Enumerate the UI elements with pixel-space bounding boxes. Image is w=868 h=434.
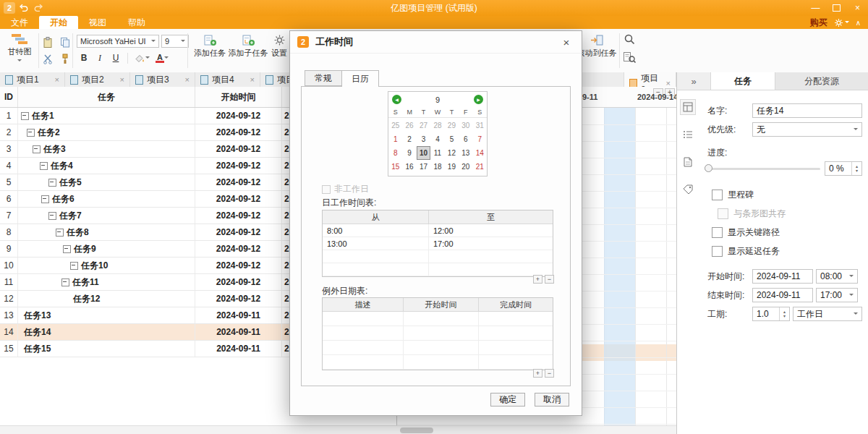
italic-button[interactable]: I — [93, 51, 107, 65]
worktime-add-button[interactable]: + — [533, 275, 542, 284]
calendar-day[interactable]: 29 — [445, 119, 459, 132]
panel-view-form-button[interactable] — [680, 99, 696, 115]
collapse-icon[interactable] — [48, 212, 56, 220]
collapse-icon[interactable] — [48, 179, 56, 187]
calendar-day[interactable]: 5 — [445, 132, 459, 146]
calendar-day[interactable]: 11 — [430, 146, 444, 160]
slider-thumb[interactable] — [705, 164, 712, 172]
collapse-icon[interactable] — [70, 262, 78, 270]
panel-tab[interactable]: 分配资源 — [775, 72, 868, 90]
underline-button[interactable]: U — [109, 51, 123, 65]
maximize-button[interactable] — [826, 0, 847, 16]
panel-view-note-button[interactable] — [680, 154, 696, 170]
calendar-day[interactable]: 20 — [459, 160, 472, 174]
close-button[interactable]: × — [847, 0, 868, 16]
calendar-day[interactable]: 12 — [445, 146, 459, 160]
worktime-row[interactable]: 8:0012:00 — [323, 224, 553, 237]
calendar-day[interactable]: 3 — [417, 132, 430, 146]
duration-unit-select[interactable]: 工作日 — [793, 307, 862, 321]
cancel-button[interactable]: 取消 — [535, 393, 569, 407]
calendar-day[interactable]: 25 — [388, 119, 402, 132]
calendar-day[interactable]: 26 — [402, 119, 416, 132]
collapse-icon[interactable] — [56, 229, 64, 237]
project-tab[interactable]: 项目3× — [130, 72, 195, 87]
collapse-icon[interactable] — [61, 278, 69, 286]
menu-tab[interactable]: 视图 — [78, 16, 117, 29]
panel-collapse-button[interactable]: » — [677, 72, 710, 90]
font-family-select[interactable]: Microsoft YaHei UI — [77, 35, 159, 48]
calendar-prev-button[interactable]: ◀ — [392, 95, 401, 104]
spinner-arrows-icon[interactable]: ▴▾ — [851, 162, 861, 175]
checkbox-row[interactable]: 显示关键路径 — [702, 223, 862, 242]
table-gantt-splitter[interactable] — [396, 416, 397, 425]
progress-slider[interactable] — [705, 161, 820, 176]
task-name-input[interactable]: 任务14 — [752, 103, 862, 118]
calendar-day[interactable]: 31 — [473, 119, 487, 132]
calendar-day[interactable]: 27 — [417, 119, 430, 132]
start-date-input[interactable]: 2024-09-11 — [752, 269, 813, 284]
calendar-day[interactable]: 17 — [417, 160, 430, 174]
checkbox-row[interactable]: 里程碑 — [702, 185, 862, 204]
collapse-icon[interactable] — [21, 112, 29, 120]
progress-spinner[interactable]: 0 % ▴▾ — [825, 161, 862, 176]
calendar-day[interactable]: 1 — [388, 132, 402, 146]
scrollbar-thumb[interactable] — [400, 427, 433, 433]
calendar-day[interactable]: 16 — [402, 160, 416, 174]
end-date-input[interactable]: 2024-09-11 — [752, 288, 813, 302]
collapse-icon[interactable] — [33, 145, 41, 153]
close-icon[interactable]: × — [55, 76, 59, 84]
search-button[interactable] — [623, 33, 637, 46]
calendar-day[interactable]: 2 — [402, 132, 416, 146]
calendar-day[interactable]: 14 — [473, 146, 487, 160]
calendar-day[interactable]: 10 — [417, 146, 430, 160]
font-color-button[interactable]: A — [153, 51, 171, 65]
duration-spinner[interactable]: 1.0 ▴▾ — [752, 307, 790, 321]
find-in-document-button[interactable] — [623, 51, 637, 64]
checkbox-row[interactable]: 显示延迟任务 — [702, 242, 862, 260]
panel-view-tag-button[interactable] — [680, 182, 696, 197]
exception-row[interactable] — [323, 312, 553, 326]
exception-add-button[interactable]: + — [533, 369, 542, 378]
calendar-day[interactable]: 7 — [473, 132, 487, 146]
close-icon[interactable]: × — [185, 76, 190, 84]
checkbox[interactable] — [712, 246, 723, 257]
format-painter-button[interactable] — [59, 51, 72, 67]
calendar-day[interactable]: 4 — [430, 132, 444, 146]
calendar-day[interactable]: 18 — [430, 160, 444, 174]
redo-button[interactable] — [31, 0, 47, 16]
end-time-select[interactable]: 17:00 — [816, 288, 858, 302]
bold-button[interactable]: B — [77, 51, 91, 65]
calendar-day[interactable]: 13 — [459, 146, 472, 160]
add-task-button[interactable]: 添加任务 — [190, 34, 229, 59]
calendar-day[interactable]: 9 — [402, 146, 416, 160]
calendar-day[interactable]: 6 — [459, 132, 472, 146]
collapse-icon[interactable] — [63, 245, 71, 253]
collapse-icon[interactable] — [41, 195, 49, 203]
calendar-day[interactable]: 15 — [388, 160, 402, 174]
column-header-id[interactable]: ID — [0, 87, 18, 107]
project-tab[interactable]: 项目4× — [195, 72, 260, 87]
exception-row[interactable] — [323, 326, 553, 341]
start-time-select[interactable]: 08:00 — [816, 269, 858, 284]
panel-view-list-button[interactable] — [680, 127, 696, 142]
close-icon[interactable]: × — [120, 76, 124, 84]
collapse-icon[interactable] — [27, 129, 35, 137]
worktime-row[interactable]: 13:0017:00 — [323, 237, 553, 250]
worktime-remove-button[interactable]: − — [545, 275, 554, 284]
exception-row[interactable] — [323, 341, 553, 355]
calendar-day[interactable]: 28 — [430, 119, 444, 132]
fill-color-button[interactable] — [132, 51, 151, 65]
buy-link[interactable]: 购买 — [810, 17, 827, 29]
undo-button[interactable] — [15, 0, 31, 16]
collapse-icon[interactable] — [40, 162, 48, 170]
paste-button[interactable] — [41, 34, 54, 50]
calendar-day[interactable]: 21 — [473, 160, 487, 174]
copy-button[interactable] — [59, 34, 72, 50]
collapse-ribbon-button[interactable]: ∧ — [856, 19, 861, 27]
settings-gear-button[interactable] — [834, 18, 849, 27]
checkbox[interactable] — [712, 190, 723, 200]
menu-tab[interactable]: 帮助 — [117, 16, 156, 29]
menu-tab[interactable]: 开始 — [39, 16, 78, 29]
minimize-button[interactable]: — — [805, 0, 826, 16]
menu-tab[interactable]: 文件 — [0, 16, 39, 29]
